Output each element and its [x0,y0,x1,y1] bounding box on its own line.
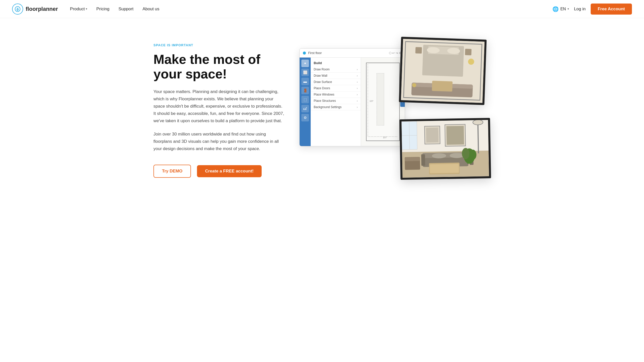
panel-place-windows[interactable]: Place Windows › [311,92,361,98]
nav-support[interactable]: Support [118,7,134,12]
nav-product[interactable]: Product ▾ [70,7,87,12]
svg-point-30 [473,120,483,125]
svg-rect-28 [446,126,464,145]
topdown-svg [401,39,485,103]
panel-item-arrow6: › [357,99,358,102]
svg-rect-26 [426,127,439,143]
product-chevron-icon: ▾ [86,7,87,11]
panel-item-arrow7: › [357,106,358,109]
sidebar-icon-cursor: ✦ [301,60,309,67]
svg-rect-44 [405,157,420,161]
panel-draw-room[interactable]: Draw Room › [311,66,361,73]
login-link[interactable]: Log in [574,7,586,12]
svg-rect-14 [465,49,471,55]
svg-point-0 [15,7,20,12]
try-demo-button[interactable]: Try DEMO [153,165,191,178]
hero-left: SPACE IS IMPORTANT Make the most of your… [153,38,284,178]
sidebar-icon-furniture: 🛋 [301,105,309,112]
panel-item-arrow2: › [357,74,358,77]
collage: First floor ⬡ ↩ ↪ ⚙ ✦ ⬜ ▬ 🚪 ⬚ 🛋 ⚙ Build [299,38,491,179]
editor-panel: Build Draw Room › Draw Wall › Draw Surfa… [311,58,361,146]
logo[interactable]: floorplanner [12,4,58,15]
nav-about[interactable]: About us [142,7,159,12]
svg-rect-38 [430,164,459,173]
topdown-room-image [399,37,487,105]
living-room-image [399,118,491,180]
logo-text: floorplanner [26,6,58,12]
nav-links: Product ▾ Pricing Support About us [70,7,552,12]
panel-draw-wall[interactable]: Draw Wall › [311,73,361,79]
hero-section: SPACE IS IMPORTANT Make the most of your… [133,18,511,199]
language-selector[interactable]: 🌐 EN ▾ [552,6,569,12]
floor-label: First floor [308,51,322,55]
panel-item-arrow3: › [357,80,358,83]
panel-item-arrow5: › [357,93,358,96]
svg-rect-17 [432,81,453,92]
panel-build-title: Build [311,60,361,66]
editor-sidebar: ✦ ⬜ ▬ 🚪 ⬚ 🛋 ⚙ [300,58,311,146]
logo-icon [12,4,23,15]
hero-buttons: Try DEMO Create a FREE account! [153,165,284,178]
hero-title: Make the most of your space! [153,52,284,81]
panel-item-arrow4: › [357,87,358,90]
hero-right: First floor ⬡ ↩ ↪ ⚙ ✦ ⬜ ▬ 🚪 ⬚ 🛋 ⚙ Build [299,38,491,179]
globe-icon: 🌐 [552,6,559,12]
editor-canvas: 107 107 ‹ [361,58,405,146]
sidebar-icon-wall: ▬ [301,78,309,85]
panel-place-structures[interactable]: Place Structures › [311,98,361,104]
topdown-room [401,39,485,103]
hero-body1: Your space matters. Planning and designi… [153,88,284,124]
svg-point-2 [303,52,306,55]
free-account-button[interactable]: Free Account [591,4,632,15]
sidebar-icon-door: 🚪 [301,87,309,94]
hero-body2: Join over 30 million users worldwide and… [153,131,284,153]
room-inner [377,73,384,125]
svg-text:107: 107 [370,100,373,102]
sidebar-icon-draw: ⬜ [301,69,309,76]
nav-pricing[interactable]: Pricing [96,7,109,12]
nav-right: 🌐 EN ▾ Log in Free Account [552,4,632,15]
panel-background-settings[interactable]: Background Settings › [311,104,361,110]
navbar: floorplanner Product ▾ Pricing Support A… [0,0,644,18]
living-room [401,120,489,178]
editor-toolbar: ⬡ ↩ ↪ ⚙ [389,51,402,55]
lang-chevron-icon: ▾ [568,7,569,11]
svg-line-29 [478,123,478,153]
room-outline: 107 107 [366,63,400,141]
svg-rect-33 [421,154,425,166]
svg-rect-1 [17,10,18,11]
editor-header: First floor ⬡ ↩ ↪ ⚙ [300,49,405,58]
panel-place-doors[interactable]: Place Doors › [311,85,361,92]
hero-tag: SPACE IS IMPORTANT [153,43,284,47]
editor-body: ✦ ⬜ ▬ 🚪 ⬚ 🛋 ⚙ Build Draw Room › [300,58,405,146]
sidebar-icon-window: ⬚ [301,96,309,103]
panel-draw-surface[interactable]: Draw Surface › [311,79,361,85]
living-room-svg [401,120,489,178]
svg-text:107: 107 [383,136,387,139]
editor-screenshot: First floor ⬡ ↩ ↪ ⚙ ✦ ⬜ ▬ 🚪 ⬚ 🛋 ⚙ Build [299,48,405,146]
create-account-button[interactable]: Create a FREE account! [197,165,262,177]
panel-item-arrow: › [357,68,358,71]
svg-rect-13 [415,47,422,54]
sidebar-icon-settings: ⚙ [301,114,309,121]
